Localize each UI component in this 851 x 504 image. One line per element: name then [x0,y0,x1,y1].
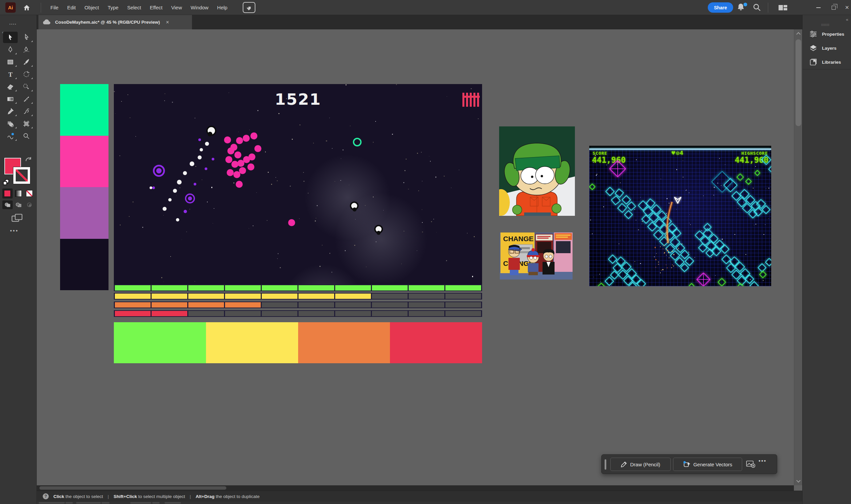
document-tab[interactable]: CosoDeMayhem.aic* @ 45 % (RGB/CPU Previe… [38,15,192,29]
menu-item-view[interactable]: View [167,0,186,15]
spark [661,270,662,271]
rectangle-tool[interactable] [3,56,18,68]
star [161,277,162,278]
progress-segment [372,311,407,316]
tally-crossbar [463,96,480,98]
star [278,113,279,114]
rotate-tool[interactable] [19,69,34,80]
crop-tool[interactable] [3,118,18,129]
menu-item-edit[interactable]: Edit [63,0,80,15]
direct-selection-tool[interactable] [19,32,34,43]
menu-item-object[interactable]: Object [80,0,103,15]
taskbar-more-icon[interactable]: ••• [759,457,766,464]
swap-fill-stroke-icon[interactable] [25,157,33,163]
draw-pencil-button[interactable]: Draw (Pencil) [610,457,671,471]
dock-item-libraries[interactable]: Libraries [803,55,851,69]
symbol-sprayer-tool[interactable] [19,106,34,117]
search-icon[interactable] [752,3,763,12]
properties-icon [809,30,817,38]
touch-workspace-icon[interactable] [243,2,255,13]
southpark-arcade-image[interactable]: CHANGE CHANGE [500,233,573,280]
star [431,221,432,222]
scroll-down-icon[interactable] [796,478,801,483]
spark [678,248,679,249]
zoom-tool[interactable] [19,130,34,142]
star [251,228,251,228]
shaper-tool[interactable] [3,130,18,142]
vertical-scrollbar[interactable] [794,29,802,485]
star [422,181,422,181]
gradient-tool[interactable] [3,93,18,105]
progress-row-1 [114,293,482,300]
screen-mode-icon[interactable] [11,213,24,223]
color-palette-strip[interactable] [60,84,108,290]
magenta-dot [236,181,243,188]
shape-builder-tool[interactable] [19,81,34,92]
draw-normal-button[interactable] [2,200,13,209]
dock-item-properties[interactable]: Properties [803,27,851,41]
generate-vectors-button[interactable]: Generate Vectors [673,457,742,471]
pen-tool[interactable] [3,44,18,55]
white-dot [190,161,194,166]
spark [663,249,663,249]
artboard-tool[interactable] [19,118,34,129]
notification-bell-icon[interactable] [736,3,748,13]
menu-item-file[interactable]: File [46,0,63,15]
eyedropper-tool[interactable] [3,106,18,117]
star [429,156,429,157]
workspace-switcher-icon[interactable] [778,4,788,12]
color-fill-button[interactable] [2,188,13,198]
menu-item-select[interactable]: Select [123,0,145,15]
color-legend-bar[interactable] [114,322,482,363]
edit-toolbar-icon[interactable]: ••• [10,228,19,234]
add-image-icon[interactable] [746,460,755,468]
menu-item-type[interactable]: Type [103,0,123,15]
minimize-button[interactable] [811,0,826,15]
geometry-wars-image[interactable]: Score 441,960 Highscore 441,960 ♥⊙4 [589,146,771,286]
draw-inside-button[interactable] [24,200,34,209]
none-button[interactable] [24,188,34,198]
star [211,187,212,188]
shaper-tool-icon [6,132,14,140]
gradient-button[interactable] [13,188,24,198]
stroke-color-swatch[interactable] [13,167,30,184]
taskbar-drag-handle[interactable] [605,459,606,470]
progress-segment [115,311,151,316]
selection-tool[interactable] [3,32,18,43]
horizontal-scroll-thumb[interactable] [39,486,226,490]
horizontal-scrollbar[interactable] [37,485,794,491]
default-fill-stroke-icon[interactable] [3,179,10,186]
progress-segment [152,302,187,308]
canvas-pasteboard[interactable]: 1521 CHANGE [37,29,794,485]
type-tool[interactable]: T [3,69,18,80]
southpark-kyle-image[interactable] [499,126,575,216]
scroll-up-icon[interactable] [796,32,801,36]
menu-item-window[interactable]: Window [186,0,213,15]
home-icon[interactable] [21,2,32,13]
dock-drag-grip[interactable]: |||||||| [821,23,830,26]
tab-close-icon[interactable]: × [166,19,169,25]
share-button[interactable]: Share [708,2,733,13]
vertical-scroll-thumb[interactable] [796,39,801,126]
direct-selection-tool-icon [22,33,30,41]
draw-behind-button[interactable] [13,200,24,209]
paintbrush-tool[interactable] [19,56,34,68]
close-window-button[interactable]: × [839,0,851,15]
dock-collapse-icon[interactable]: « [846,17,848,22]
palette-block-1 [60,136,108,187]
curvature-tool[interactable] [19,44,34,55]
menu-item-help[interactable]: Help [213,0,232,15]
scale-tool[interactable] [19,93,34,105]
dock-item-layers[interactable]: Layers [803,41,851,55]
star [180,187,180,188]
star [190,209,190,210]
game-scene-artwork[interactable]: 1521 [114,84,482,285]
star [446,260,447,261]
status-hint: Click the object to select [53,494,103,499]
eraser-tool[interactable] [3,81,18,92]
help-icon[interactable]: ? [43,493,49,499]
white-dot [162,207,167,211]
tools-drag-grip[interactable]: •••• [10,22,17,26]
illustrator-logo-icon[interactable]: Ai [5,2,16,13]
menu-item-effect[interactable]: Effect [145,0,167,15]
